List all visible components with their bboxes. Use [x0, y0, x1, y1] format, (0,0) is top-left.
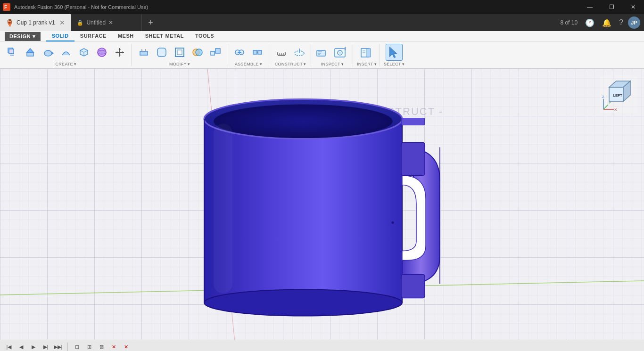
construct-group-label: CONSTRUCT — [275, 62, 303, 66]
assemble-chevron[interactable]: ▾ — [260, 62, 262, 66]
assemble-group: ASSEMBLE ▾ — [231, 44, 269, 66]
modify-tools — [135, 44, 224, 61]
select-button[interactable] — [386, 44, 403, 61]
assemble-label: ASSEMBLE ▾ — [235, 62, 262, 66]
construct-label-group: CONSTRUCT ▾ — [275, 62, 306, 66]
orientation-cube[interactable]: LEFT Z X Y — [600, 75, 637, 113]
viewport[interactable]: CONSTRUCT - — [0, 69, 644, 340]
combine-button[interactable] — [189, 44, 206, 61]
user-button[interactable]: JP — [628, 16, 640, 29]
revolve-button[interactable] — [40, 44, 57, 61]
move-button[interactable] — [111, 44, 128, 61]
history-button[interactable]: 🕐 — [582, 16, 597, 29]
svg-text:Z: Z — [602, 95, 604, 99]
select-chevron[interactable]: ▾ — [402, 62, 405, 66]
svg-rect-31 — [253, 50, 257, 54]
step-counter[interactable]: 8 of 10 — [557, 17, 580, 28]
modify-group: MODIFY ▾ — [135, 44, 227, 66]
tab-mesh[interactable]: MESH — [112, 31, 140, 41]
window-controls[interactable]: — ❐ ✕ — [579, 0, 644, 14]
bottom-extra-4[interactable]: ✕ — [108, 342, 119, 351]
svg-marker-19 — [122, 51, 124, 53]
inspect-chevron[interactable]: ▾ — [341, 62, 344, 66]
select-tools — [386, 44, 403, 61]
maximize-button[interactable]: ❐ — [601, 0, 622, 14]
svg-rect-27 — [215, 49, 220, 53]
modify-chevron[interactable]: ▾ — [188, 62, 190, 66]
new-component-button[interactable] — [4, 44, 21, 61]
svg-marker-9 — [52, 52, 54, 55]
title-bar: F Autodesk Fusion 360 (Personal - Not fo… — [0, 0, 644, 14]
create-extra-button[interactable] — [93, 44, 110, 61]
tab-solid[interactable]: SOLID — [46, 31, 74, 41]
insert-label: INSERT ▾ — [357, 62, 377, 66]
svg-rect-3 — [9, 49, 14, 54]
nav-last-button[interactable]: ▶▶| — [53, 342, 63, 351]
insert-group: INSERT ▾ — [357, 44, 380, 66]
app-title: Autodesk Fusion 360 (Personal - Not for … — [11, 4, 579, 10]
box-button[interactable] — [75, 44, 92, 61]
bottom-extra-5[interactable]: ✕ — [121, 342, 131, 351]
svg-rect-23 — [177, 50, 182, 55]
toolbar-content: CREATE ▾ — [0, 42, 644, 68]
extrude-button[interactable] — [22, 44, 39, 61]
joint-button[interactable] — [231, 44, 248, 61]
create-group-label: CREATE — [56, 62, 74, 66]
bottom-extra-3[interactable]: ⊠ — [96, 342, 107, 351]
nav-forward-button[interactable]: ▶| — [41, 342, 51, 351]
rigid-group-button[interactable] — [249, 44, 266, 61]
tab-surface[interactable]: SURFACE — [74, 31, 112, 41]
fillet-button[interactable] — [153, 44, 170, 61]
svg-rect-71 — [401, 118, 425, 125]
inspect-group-label: INSPECT — [321, 62, 340, 66]
nav-play-button[interactable]: ▶ — [28, 342, 39, 351]
bottom-toolbar: |◀ ◀ ▶ ▶| ▶▶| ⊡ ⊞ ⊠ ✕ ✕ — [0, 340, 644, 351]
close-button[interactable]: ✕ — [622, 0, 644, 14]
tab-add-button[interactable]: + — [142, 14, 159, 31]
construct-chevron[interactable]: ▾ — [304, 62, 306, 66]
step-counter-label: 8 of 10 — [560, 19, 578, 26]
svg-point-70 — [392, 221, 394, 224]
inspect-measure-button[interactable] — [315, 44, 332, 61]
mug-3d-model — [176, 76, 468, 332]
tab-bar: 🏺 Cup 1 prank v1 ✕ 🔒 Untitled ✕ + 8 of 1… — [0, 14, 644, 31]
design-chevron: ▾ — [33, 33, 36, 40]
svg-marker-7 — [27, 49, 33, 52]
bottom-extra-2[interactable]: ⊞ — [84, 342, 94, 351]
design-dropdown[interactable]: DESIGN ▾ — [5, 32, 41, 41]
svg-rect-73 — [214, 123, 232, 293]
measure-button[interactable] — [273, 44, 290, 61]
shell-button[interactable] — [171, 44, 188, 61]
app-icon: F — [2, 0, 11, 14]
nav-back-button[interactable]: ◀ — [16, 342, 26, 351]
tab-cup1-close[interactable]: ✕ — [59, 19, 65, 26]
tab-untitled-close[interactable]: ✕ — [108, 19, 113, 26]
scale-button[interactable] — [207, 44, 224, 61]
svg-rect-68 — [401, 142, 425, 175]
press-pull-button[interactable] — [135, 44, 152, 61]
tab-untitled[interactable]: 🔒 Untitled ✕ — [71, 14, 142, 31]
nav-prev-button[interactable]: |◀ — [4, 342, 14, 351]
notifications-button[interactable]: 🔔 — [599, 16, 614, 29]
divider — [67, 343, 68, 351]
inspect-photo-button[interactable] — [333, 44, 350, 61]
minimize-button[interactable]: — — [579, 0, 601, 14]
select-group-label: SELECT — [384, 62, 401, 66]
plane-button[interactable] — [291, 44, 308, 61]
construct-tools — [273, 44, 308, 61]
tabbar-right: 8 of 10 🕐 🔔 ? JP — [557, 14, 644, 31]
sweep-button[interactable] — [58, 44, 74, 61]
svg-marker-16 — [119, 48, 121, 50]
create-chevron[interactable]: ▾ — [74, 62, 76, 66]
tab-tools[interactable]: TOOLS — [190, 31, 220, 41]
insert-button[interactable] — [358, 44, 375, 61]
inspect-group: INSPECT ▾ — [315, 44, 353, 66]
insert-chevron[interactable]: ▾ — [374, 62, 377, 66]
toolbar: DESIGN ▾ SOLID SURFACE MESH SHEET METAL … — [0, 31, 644, 69]
create-label: CREATE ▾ — [56, 62, 77, 66]
tab-sheet-metal[interactable]: SHEET METAL — [140, 31, 190, 41]
tab-cup1[interactable]: 🏺 Cup 1 prank v1 ✕ — [0, 14, 71, 31]
help-button[interactable]: ? — [616, 16, 626, 29]
bottom-extra-1[interactable]: ⊡ — [72, 342, 82, 351]
inspect-label: INSPECT ▾ — [321, 62, 344, 66]
